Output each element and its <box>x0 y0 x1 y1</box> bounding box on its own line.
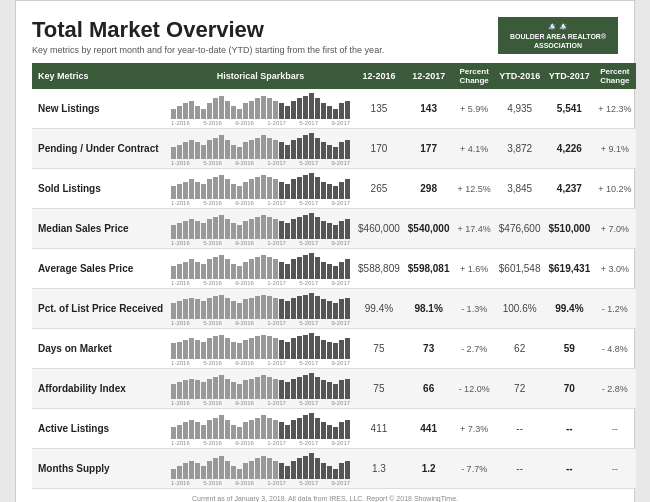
val-2016: 170 <box>354 129 404 169</box>
ytd-pct-change: - 2.8% <box>594 369 635 409</box>
ytd-2017: 5,541 <box>545 89 595 129</box>
page-container: Total Market Overview Key metrics by rep… <box>15 0 635 502</box>
sparkbar: 1-20165-20169-20161-20175-20179-2017 <box>167 409 354 449</box>
table-row: Days on Market1-20165-20169-20161-20175-… <box>32 329 636 369</box>
pct-change: + 5.9% <box>454 89 495 129</box>
val-2016: $460,000 <box>354 209 404 249</box>
val-2017: 66 <box>404 369 454 409</box>
ytd-2017: -- <box>545 409 595 449</box>
sparkbar: 1-20165-20169-20161-20175-20179-2017 <box>167 369 354 409</box>
val-2016: 99.4% <box>354 289 404 329</box>
metric-name: Affordability Index <box>32 369 167 409</box>
ytd-2016: 62 <box>495 329 545 369</box>
sparkbar: 1-20165-20169-20161-20175-20179-2017 <box>167 169 354 209</box>
val-2016: 411 <box>354 409 404 449</box>
metric-name: Pct. of List Price Received <box>32 289 167 329</box>
val-2017: 177 <box>404 129 454 169</box>
table-row: Affordability Index1-20165-20169-20161-2… <box>32 369 636 409</box>
sparkbar: 1-20165-20169-20161-20175-20179-2017 <box>167 129 354 169</box>
ytd-2016: $601,548 <box>495 249 545 289</box>
pct-change: + 17.4% <box>454 209 495 249</box>
pct-change: - 7.7% <box>454 449 495 489</box>
val-2017: 73 <box>404 329 454 369</box>
metric-name: Sold Listings <box>32 169 167 209</box>
sparkbar: 1-20165-20169-20161-20175-20179-2017 <box>167 89 354 129</box>
table-row: Pct. of List Price Received1-20165-20169… <box>32 289 636 329</box>
val-2017: $540,000 <box>404 209 454 249</box>
val-2016: 75 <box>354 369 404 409</box>
header-right: 🏔️ 🏔️ BOULDER AREA REALTOR® ASSOCIATION <box>498 17 618 54</box>
data-table: Key Metrics Historical Sparkbars 12-2016… <box>32 63 636 489</box>
sparkbar: 1-20165-20169-20161-20175-20179-2017 <box>167 449 354 489</box>
ytd-2016: 4,935 <box>495 89 545 129</box>
ytd-2016: -- <box>495 449 545 489</box>
pct-change: + 4.1% <box>454 129 495 169</box>
pct-change: + 7.3% <box>454 409 495 449</box>
logo: 🏔️ 🏔️ BOULDER AREA REALTOR® ASSOCIATION <box>498 17 618 54</box>
val-2017: 1.2 <box>404 449 454 489</box>
ytd-2016: 100.6% <box>495 289 545 329</box>
ytd-2016: 72 <box>495 369 545 409</box>
footer-text: Current as of January 3, 2018. All data … <box>32 495 618 502</box>
metric-name: Pending / Under Contract <box>32 129 167 169</box>
val-2017: 143 <box>404 89 454 129</box>
ytd-2017: 59 <box>545 329 595 369</box>
col-header-ytdpct: Percent Change <box>594 63 635 89</box>
ytd-pct-change: + 12.3% <box>594 89 635 129</box>
metric-name: Active Listings <box>32 409 167 449</box>
ytd-pct-change: + 7.0% <box>594 209 635 249</box>
val-2017: 441 <box>404 409 454 449</box>
sparkbar: 1-20165-20169-20161-20175-20179-2017 <box>167 249 354 289</box>
val-2016: 75 <box>354 329 404 369</box>
val-2017: 98.1% <box>404 289 454 329</box>
page-subtitle: Key metrics by report month and for year… <box>32 45 384 55</box>
ytd-pct-change: + 3.0% <box>594 249 635 289</box>
table-row: Active Listings1-20165-20169-20161-20175… <box>32 409 636 449</box>
pct-change: + 12.5% <box>454 169 495 209</box>
ytd-2016: -- <box>495 409 545 449</box>
logo-text: BOULDER AREA REALTOR® ASSOCIATION <box>504 32 612 50</box>
table-row: Average Sales Price1-20165-20169-20161-2… <box>32 249 636 289</box>
pct-change: - 2.7% <box>454 329 495 369</box>
table-row: New Listings1-20165-20169-20161-20175-20… <box>32 89 636 129</box>
ytd-pct-change: - 4.8% <box>594 329 635 369</box>
ytd-2016: $476,600 <box>495 209 545 249</box>
metric-name: New Listings <box>32 89 167 129</box>
pct-change: - 12.0% <box>454 369 495 409</box>
col-header-pct: Percent Change <box>454 63 495 89</box>
ytd-2017: $510,000 <box>545 209 595 249</box>
val-2016: 265 <box>354 169 404 209</box>
ytd-2017: -- <box>545 449 595 489</box>
sparkbar: 1-20165-20169-20161-20175-20179-2017 <box>167 209 354 249</box>
val-2016: 135 <box>354 89 404 129</box>
metric-name: Days on Market <box>32 329 167 369</box>
pct-change: - 1.3% <box>454 289 495 329</box>
ytd-2017: 4,237 <box>545 169 595 209</box>
col-header-metrics: Key Metrics <box>32 63 167 89</box>
sparkbar: 1-20165-20169-20161-20175-20179-2017 <box>167 289 354 329</box>
header-left: Total Market Overview Key metrics by rep… <box>32 17 384 55</box>
metric-name: Average Sales Price <box>32 249 167 289</box>
ytd-pct-change: + 9.1% <box>594 129 635 169</box>
ytd-pct-change: - 1.2% <box>594 289 635 329</box>
ytd-2017: 99.4% <box>545 289 595 329</box>
col-header-ytd2017: YTD-2017 <box>545 63 595 89</box>
val-2017: $598,081 <box>404 249 454 289</box>
sparkbar: 1-20165-20169-20161-20175-20179-2017 <box>167 329 354 369</box>
pct-change: + 1.6% <box>454 249 495 289</box>
ytd-pct-change: -- <box>594 409 635 449</box>
table-row: Pending / Under Contract1-20165-20169-20… <box>32 129 636 169</box>
val-2016: $588,809 <box>354 249 404 289</box>
table-row: Months Supply1-20165-20169-20161-20175-2… <box>32 449 636 489</box>
header: Total Market Overview Key metrics by rep… <box>32 17 618 55</box>
table-row: Median Sales Price1-20165-20169-20161-20… <box>32 209 636 249</box>
ytd-2017: $619,431 <box>545 249 595 289</box>
col-header-ytd2016: YTD-2016 <box>495 63 545 89</box>
col-header-sparkbars: Historical Sparkbars <box>167 63 354 89</box>
ytd-2016: 3,845 <box>495 169 545 209</box>
ytd-2016: 3,872 <box>495 129 545 169</box>
table-row: Sold Listings1-20165-20169-20161-20175-2… <box>32 169 636 209</box>
ytd-2017: 70 <box>545 369 595 409</box>
ytd-pct-change: -- <box>594 449 635 489</box>
ytd-pct-change: + 10.2% <box>594 169 635 209</box>
